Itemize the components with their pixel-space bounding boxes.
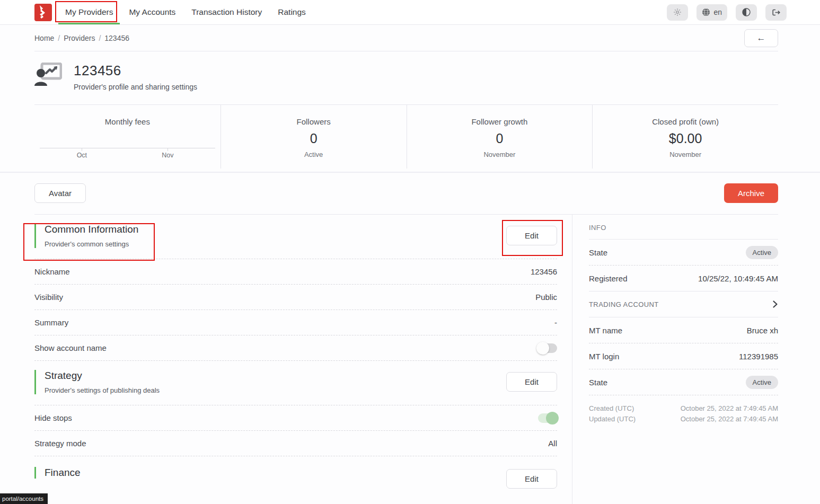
language-button[interactable]: en: [696, 4, 727, 21]
updated-line: Updated (UTC) October 25, 2022 at 7:49:4…: [589, 413, 778, 424]
provider-avatar-icon: [34, 63, 62, 86]
contrast-icon: [742, 8, 751, 16]
stat-closed-profit: Closed profit (own) $0.00 November: [592, 105, 778, 169]
row-summary: Summary -: [34, 310, 557, 335]
breadcrumb-row: Home / Providers / 123456 ←: [34, 25, 778, 51]
section-subtitle: Provider's settings of publishing deals: [45, 386, 160, 394]
chart-x-labels: Oct Nov: [40, 151, 215, 159]
updated-label: Updated (UTC): [589, 415, 636, 423]
stat-follower-growth: Follower growth 0 November: [407, 105, 593, 169]
info-label: MT name: [589, 326, 622, 335]
info-heading: INFO: [589, 224, 778, 240]
trading-account-header[interactable]: TRADING ACCOUNT: [589, 291, 778, 317]
stats-strip: Monthly fees Oct Nov Followers 0 Active …: [34, 104, 778, 169]
theme-toggle-button[interactable]: [736, 4, 757, 21]
content-grid: Common Information Provider's common set…: [34, 214, 778, 504]
info-row-state: State Active: [589, 240, 778, 266]
nav-my-accounts[interactable]: My Accounts: [122, 0, 182, 24]
field-value: 123456: [531, 267, 557, 276]
section-common-information: Common Information Provider's common set…: [34, 215, 557, 259]
status-badge: Active: [746, 376, 778, 389]
updated-value: October 25, 2022 at 7:49:45 AM: [681, 415, 778, 423]
info-label: MT login: [589, 352, 619, 361]
trading-account-label: TRADING ACCOUNT: [589, 300, 659, 308]
stat-title: Follower growth: [407, 117, 593, 126]
section-heading-block: Common Information Provider's common set…: [34, 224, 138, 248]
section-strategy: Strategy Provider's settings of publishi…: [34, 361, 557, 405]
stat-value: 0: [221, 131, 407, 146]
avatar-button[interactable]: Avatar: [34, 183, 86, 203]
logout-icon: [772, 8, 781, 16]
info-value: 10/25/22, 10:49:45 AM: [698, 274, 778, 283]
breadcrumb-separator: /: [58, 34, 60, 42]
field-label: Visibility: [34, 293, 63, 302]
section-heading-block: Strategy Provider's settings of publishi…: [34, 370, 160, 394]
row-visibility: Visibility Public: [34, 285, 557, 310]
info-value: 112391985: [739, 352, 778, 361]
section-divider: [0, 172, 820, 173]
stat-followers: Followers 0 Active: [221, 105, 407, 169]
back-button[interactable]: ←: [744, 29, 778, 47]
provider-profile-page: My Providers My Accounts Transaction His…: [0, 0, 820, 504]
page-subtitle: Provider's profile and sharing settings: [74, 83, 197, 91]
info-label: Registered: [589, 274, 628, 283]
created-line: Created (UTC) October 25, 2022 at 7:49:4…: [589, 403, 778, 413]
app-logo[interactable]: [34, 0, 52, 24]
field-value: Public: [535, 293, 557, 302]
info-row-account-state: State Active: [589, 369, 778, 395]
created-value: October 25, 2022 at 7:49:45 AM: [681, 404, 778, 412]
section-heading-block: Finance: [34, 467, 81, 479]
nav-transaction-history[interactable]: Transaction History: [184, 0, 269, 24]
primary-nav: My Providers My Accounts Transaction His…: [58, 0, 313, 24]
breadcrumb-separator: /: [99, 34, 101, 42]
gear-icon: [673, 8, 682, 16]
stat-caption: Active: [221, 151, 407, 158]
breadcrumb-home[interactable]: Home: [34, 34, 54, 42]
stat-value: 0: [407, 131, 593, 146]
page-header: 123456 Provider's profile and sharing se…: [0, 51, 820, 104]
stat-monthly-fees: Monthly fees Oct Nov: [34, 105, 221, 169]
breadcrumb: Home / Providers / 123456: [34, 34, 129, 42]
page-title-block: 123456 Provider's profile and sharing se…: [74, 63, 197, 91]
settings-button[interactable]: [667, 4, 688, 21]
nav-ratings[interactable]: Ratings: [271, 0, 313, 24]
field-label: Summary: [34, 318, 68, 327]
row-show-account-name: Show account name: [34, 335, 557, 361]
field-value: All: [548, 439, 557, 448]
globe-icon: [702, 8, 710, 16]
monthly-fees-chart: Oct Nov: [40, 148, 215, 159]
edit-strategy-button[interactable]: Edit: [506, 372, 557, 392]
chevron-right-icon: [772, 300, 778, 308]
created-label: Created (UTC): [589, 404, 634, 412]
row-nickname: Nickname 123456: [34, 259, 557, 285]
hide-stops-toggle[interactable]: [538, 413, 557, 423]
timestamps-block: Created (UTC) October 25, 2022 at 7:49:4…: [589, 395, 778, 424]
x-tick-nov: Nov: [162, 152, 173, 159]
stat-caption: November: [593, 151, 778, 158]
archive-button[interactable]: Archive: [724, 183, 778, 203]
nav-actions: en: [667, 0, 787, 24]
info-row-mt-login: MT login 112391985: [589, 343, 778, 369]
breadcrumb-current: 123456: [104, 34, 129, 42]
page-title: 123456: [74, 63, 197, 79]
breadcrumb-providers[interactable]: Providers: [64, 34, 95, 42]
show-account-name-toggle[interactable]: [538, 343, 557, 353]
stat-title: Monthly fees: [34, 117, 221, 126]
edit-common-button[interactable]: Edit: [506, 226, 557, 245]
x-tick-oct: Oct: [77, 152, 87, 159]
field-label: Hide stops: [34, 413, 72, 422]
logout-button[interactable]: [765, 4, 787, 21]
stat-title: Followers: [221, 117, 407, 126]
status-badge: Active: [746, 246, 778, 259]
settings-column: Common Information Provider's common set…: [34, 215, 572, 504]
nav-my-providers[interactable]: My Providers: [58, 0, 120, 24]
edit-finance-button[interactable]: Edit: [506, 469, 557, 489]
stat-title: Closed profit (own): [593, 117, 778, 126]
field-label: Nickname: [34, 267, 70, 276]
top-navbar: My Providers My Accounts Transaction His…: [0, 0, 820, 25]
section-title: Common Information: [45, 224, 138, 235]
section-subtitle: Provider's common settings: [45, 240, 138, 248]
info-row-registered: Registered 10/25/22, 10:49:45 AM: [589, 266, 778, 291]
profile-actions-row: Avatar Archive: [34, 183, 778, 203]
stat-caption: November: [407, 151, 593, 158]
